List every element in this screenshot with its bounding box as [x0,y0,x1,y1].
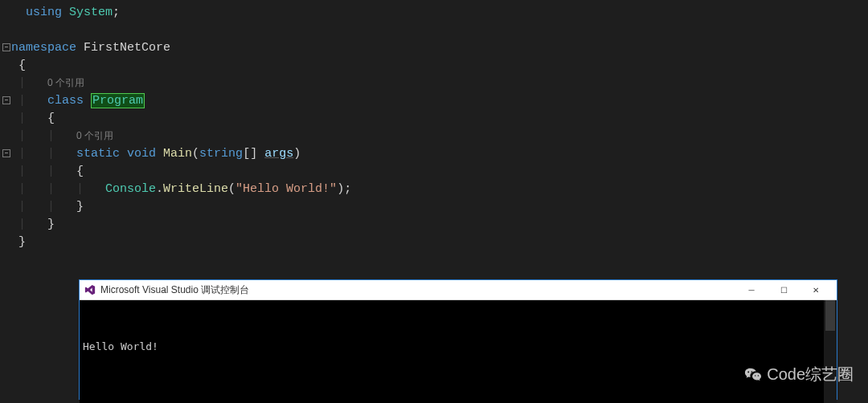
paren-close: ) [293,147,301,161]
maximize-button[interactable]: ☐ [768,280,800,299]
codelens-line[interactable]: | | 0 个引用 [0,127,868,145]
code-line[interactable] [0,21,868,39]
type-system: System [69,6,113,19]
codelens-refs[interactable]: 0 个引用 [76,129,113,143]
param-args: args [264,147,293,161]
keyword-using: using [26,6,62,19]
console-titlebar[interactable]: Microsoft Visual Studio 调试控制台 ─ ☐ ✕ [80,280,837,300]
brace-close: } [76,200,84,214]
close-button[interactable]: ✕ [800,280,832,299]
console-line: Hello World! [83,340,833,353]
code-line[interactable]: | { [0,109,868,127]
console-title: Microsoft Visual Studio 调试控制台 [100,283,735,297]
code-line[interactable]: | | { [0,162,868,180]
paren-open: ( [192,147,199,161]
code-line[interactable]: { [0,56,868,74]
code-line[interactable]: | } [0,215,868,233]
fold-toggle[interactable]: – [2,149,11,157]
code-line[interactable]: – namespace FirstNetCore [0,39,868,56]
vs-icon [84,284,96,295]
codelens-line[interactable]: | 0 个引用 [0,74,868,92]
class-name-highlighted: Program [91,93,145,108]
code-line-current[interactable]: – | class Program [0,92,868,109]
method-main: Main [163,147,192,161]
console-output[interactable]: Hello World! F:\MyProject\FirstNetCore\b… [80,300,837,403]
keyword-static: static [76,147,120,161]
code-line[interactable]: – | | static void Main(string[] args) [0,145,868,162]
keyword-void: void [127,147,156,161]
code-line[interactable]: } [0,233,868,250]
code-line[interactable]: using System; [0,3,868,21]
semicolon: ; [113,6,120,19]
code-line[interactable]: | | | Console.WriteLine("Hello World!"); [0,180,868,197]
type-console: Console [105,182,156,196]
namespace-name: FirstNetCore [84,41,170,55]
brace-open: { [47,112,55,125]
codelens-refs[interactable]: 0 个引用 [47,76,84,90]
fold-toggle[interactable]: – [2,43,11,51]
brace-open: { [18,59,26,72]
code-line[interactable]: | | } [0,197,868,215]
brackets: [] [243,147,257,161]
dot: . [156,182,163,196]
debug-console-window[interactable]: Microsoft Visual Studio 调试控制台 ─ ☐ ✕ Hell… [79,279,837,400]
console-scrollbar[interactable] [824,300,837,403]
keyword-namespace: namespace [11,41,76,55]
keyword-class: class [47,94,84,108]
paren-close: ) [337,182,344,196]
method-writeline: WriteLine [163,182,228,196]
code-editor[interactable]: using System; – namespace FirstNetCore {… [0,0,868,250]
minimize-button[interactable]: ─ [735,280,768,299]
string-literal: "Hello World!" [235,182,337,196]
paren-open: ( [228,182,235,196]
semicolon: ; [344,182,351,196]
brace-open: { [76,165,84,178]
fold-toggle[interactable]: – [2,96,11,104]
brace-close: } [47,218,55,231]
brace-close: } [18,235,26,249]
keyword-string: string [199,147,243,161]
scrollbar-thumb[interactable] [825,300,835,331]
